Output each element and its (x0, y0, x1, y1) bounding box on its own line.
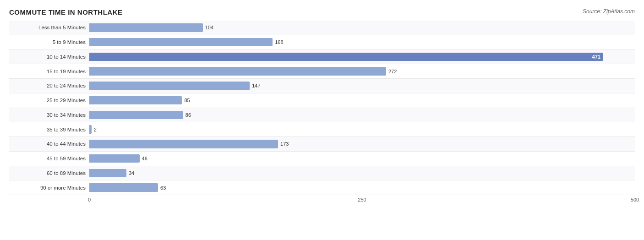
bar-label: 25 to 29 Minutes (9, 98, 89, 103)
bar-track: 104 (89, 22, 635, 34)
bar-fill (89, 82, 250, 90)
bar-row: 90 or more Minutes63 (9, 180, 635, 195)
bar-fill (89, 140, 278, 148)
bar-label: 30 to 34 Minutes (9, 112, 89, 118)
bar-track: 86 (89, 109, 635, 121)
bar-track: 46 (89, 153, 635, 165)
bar-label: 5 to 9 Minutes (9, 39, 89, 45)
bar-label: 20 to 24 Minutes (9, 83, 89, 88)
chart-header: COMMUTE TIME IN NORTHLAKE Source: ZipAtl… (9, 8, 635, 16)
bar-value: 168 (275, 39, 283, 45)
bar-value: 86 (186, 112, 191, 118)
bar-fill (89, 38, 273, 47)
bar-value: 147 (252, 83, 260, 88)
bar-row: 5 to 9 Minutes168 (9, 35, 635, 50)
bar-value: 272 (388, 69, 397, 74)
bar-label: Less than 5 Minutes (9, 25, 89, 30)
bar-label: 15 to 19 Minutes (9, 69, 89, 74)
bar-label: 45 to 59 Minutes (9, 156, 89, 161)
bar-row: 40 to 44 Minutes173 (9, 137, 635, 152)
bar-fill (89, 23, 203, 32)
bars-area: Less than 5 Minutes1045 to 9 Minutes1681… (9, 21, 635, 195)
bar-track: 173 (89, 138, 635, 150)
bar-value: 85 (184, 98, 190, 103)
bar-value-inside: 471 (592, 54, 600, 60)
bar-track: 63 (89, 181, 635, 194)
bar-label: 40 to 44 Minutes (9, 141, 89, 147)
bar-fill (89, 96, 182, 105)
bar-label: 90 or more Minutes (9, 185, 89, 191)
bar-track: 147 (89, 80, 635, 92)
bar-row: 20 to 24 Minutes147 (9, 79, 635, 93)
bar-row: Less than 5 Minutes104 (9, 21, 635, 35)
bar-fill (89, 125, 92, 134)
bar-track: 2 (89, 123, 635, 136)
bar-fill (89, 67, 386, 76)
bar-track: 34 (89, 167, 635, 180)
bar-row: 30 to 34 Minutes86 (9, 108, 635, 123)
bar-label: 35 to 39 Minutes (9, 127, 89, 132)
bar-fill (89, 183, 158, 192)
x-tick: 0 (88, 197, 91, 202)
bar-row: 45 to 59 Minutes46 (9, 152, 635, 166)
bar-label: 10 to 14 Minutes (9, 54, 89, 60)
chart-container: COMMUTE TIME IN NORTHLAKE Source: ZipAtl… (0, 0, 644, 240)
bar-value: 2 (94, 127, 97, 132)
bar-track: 471 (89, 51, 635, 63)
bar-row: 15 to 19 Minutes272 (9, 64, 635, 79)
bar-fill (89, 154, 140, 163)
bar-value: 173 (280, 141, 289, 147)
bar-row: 10 to 14 Minutes471 (9, 50, 635, 65)
bar-row: 60 to 89 Minutes34 (9, 166, 635, 181)
bar-value: 46 (142, 156, 147, 161)
bar-value: 34 (129, 170, 134, 176)
bar-fill (89, 169, 126, 178)
bar-fill (89, 111, 183, 120)
bar-row: 35 to 39 Minutes2 (9, 122, 635, 137)
bar-fill: 471 (89, 53, 603, 61)
x-tick: 250 (358, 197, 366, 202)
bar-track: 85 (89, 94, 635, 107)
chart-source: Source: ZipAtlas.com (583, 8, 635, 15)
x-axis: 0250500 (89, 195, 635, 209)
bar-row: 25 to 29 Minutes85 (9, 93, 635, 108)
bar-track: 168 (89, 36, 635, 49)
bar-track: 272 (89, 65, 635, 77)
x-tick: 500 (631, 197, 639, 202)
bar-label: 60 to 89 Minutes (9, 170, 89, 176)
chart-body: Less than 5 Minutes1045 to 9 Minutes1681… (9, 21, 635, 209)
chart-title: COMMUTE TIME IN NORTHLAKE (9, 8, 122, 16)
bar-value: 63 (160, 185, 166, 191)
bar-value: 104 (205, 25, 213, 30)
